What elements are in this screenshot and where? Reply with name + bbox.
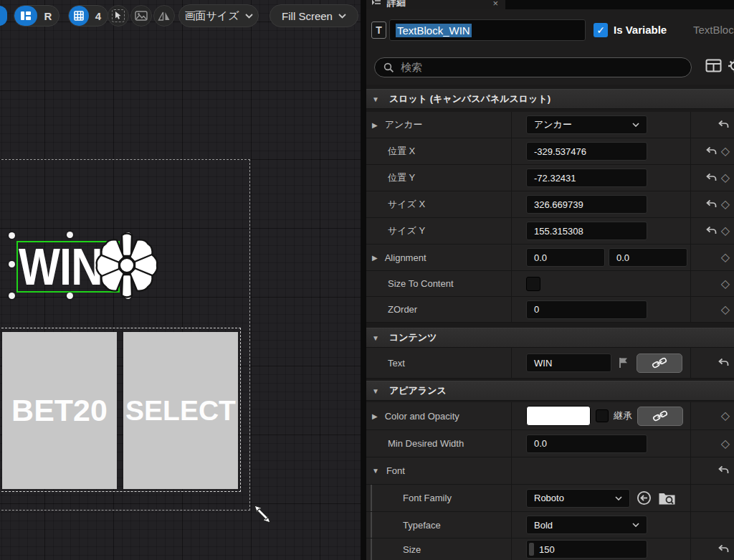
font-family-dropdown[interactable]: Roboto bbox=[526, 489, 630, 508]
row-text: Text WIN bbox=[366, 348, 734, 379]
section-content-label: コンテンツ bbox=[389, 331, 437, 344]
zorder-input[interactable]: 0 bbox=[526, 300, 647, 319]
font-size-input[interactable]: 150 bbox=[526, 540, 647, 559]
selection-handle-bottom-left[interactable] bbox=[9, 293, 15, 299]
reset-to-default-icon[interactable] bbox=[718, 465, 730, 476]
bind-diamond-icon[interactable]: ◇ bbox=[721, 410, 730, 422]
inherit-checkbox[interactable]: ✓ bbox=[596, 409, 609, 422]
color-bind-button[interactable] bbox=[637, 407, 683, 426]
anchor-dropdown[interactable]: アンカー bbox=[526, 115, 647, 134]
row-zorder: ZOrder 0 ◇ bbox=[366, 297, 734, 323]
bind-diamond-icon[interactable]: ◇ bbox=[721, 146, 730, 157]
resize-cursor-icon[interactable] bbox=[252, 503, 273, 525]
section-slot[interactable]: ▼ スロット (キャンバスパネルスロット) bbox=[366, 89, 734, 109]
drag-handle[interactable] bbox=[529, 543, 534, 556]
screen-size-dropdown[interactable]: 画面サイズ bbox=[178, 4, 259, 27]
size-y-input[interactable]: 155.315308 bbox=[526, 222, 647, 240]
alignment-x-input[interactable]: 0.0 bbox=[526, 248, 605, 267]
min-desired-width-label: Min Desired Width bbox=[388, 438, 464, 449]
bind-diamond-icon[interactable]: ◇ bbox=[721, 304, 730, 315]
marquee-box bbox=[112, 9, 125, 22]
layout-icon bbox=[21, 11, 31, 20]
bind-diamond-icon[interactable]: ◇ bbox=[721, 252, 730, 263]
pinwheel-flower-image-widget[interactable] bbox=[94, 232, 160, 298]
flip-icon bbox=[158, 11, 171, 21]
alignment-y-input[interactable]: 0.0 bbox=[609, 248, 687, 267]
rotation-grid-button[interactable]: R bbox=[37, 10, 59, 22]
selection-handle-top-left[interactable] bbox=[9, 232, 15, 239]
reset-to-default-icon[interactable] bbox=[705, 146, 718, 157]
text-label: Text bbox=[388, 358, 405, 369]
anchor-label: アンカー bbox=[385, 118, 423, 131]
chevron-down-icon bbox=[615, 496, 622, 500]
layout-r-button-group: R bbox=[14, 5, 59, 27]
bind-diamond-icon[interactable]: ◇ bbox=[721, 438, 730, 450]
browse-to-asset-icon[interactable] bbox=[658, 491, 676, 506]
reset-to-default-icon[interactable] bbox=[705, 226, 718, 237]
size-x-input[interactable]: 326.669739 bbox=[526, 195, 647, 214]
row-font-family: Font Family Roboto bbox=[366, 485, 734, 512]
reset-to-default-icon[interactable] bbox=[718, 358, 730, 369]
pos-x-label: 位置 X bbox=[388, 145, 415, 158]
expand-triangle-icon[interactable]: ▶ bbox=[372, 412, 378, 420]
bind-diamond-icon[interactable]: ◇ bbox=[721, 199, 730, 210]
settings-button[interactable] bbox=[728, 59, 734, 75]
bet20-widget[interactable]: BET20 bbox=[2, 332, 117, 489]
selection-handle-top-mid[interactable] bbox=[67, 232, 73, 238]
link-icon bbox=[650, 355, 669, 371]
expand-triangle-icon[interactable]: ▶ bbox=[372, 121, 378, 129]
font-family-value: Roboto bbox=[534, 493, 564, 503]
designer-canvas[interactable]: BET20 SELECT WIN bbox=[0, 0, 361, 560]
text-bind-button[interactable] bbox=[637, 353, 682, 373]
details-panel: 詳細 × T TextBlock_WIN ✓ Is Variable TextB… bbox=[366, 0, 734, 560]
textblock-type-icon: T bbox=[371, 22, 386, 39]
grid-snap-button[interactable] bbox=[69, 6, 89, 26]
layout-mode-button[interactable] bbox=[14, 6, 37, 26]
search-input[interactable]: 検索 bbox=[374, 57, 692, 77]
typeface-dropdown[interactable]: Bold bbox=[526, 516, 647, 534]
grid-snap-size[interactable]: 4 bbox=[89, 10, 108, 22]
pos-x-input[interactable]: -329.537476 bbox=[526, 142, 647, 161]
selection-handle-bottom-mid[interactable] bbox=[67, 293, 73, 299]
min-desired-width-input[interactable]: 0.0 bbox=[526, 435, 647, 453]
reset-to-default-icon[interactable] bbox=[705, 173, 718, 184]
pos-y-input[interactable]: -72.32431 bbox=[526, 169, 647, 187]
display-filter-button[interactable] bbox=[705, 59, 722, 75]
bind-diamond-icon[interactable]: ◇ bbox=[721, 225, 730, 237]
row-typeface: Typeface Bold bbox=[366, 512, 734, 538]
section-content[interactable]: ▼ コンテンツ bbox=[366, 328, 734, 348]
select-widget[interactable]: SELECT bbox=[123, 332, 238, 489]
row-pos-x: 位置 X -329.537476 ◇ bbox=[366, 138, 734, 165]
close-icon[interactable]: × bbox=[492, 0, 498, 9]
row-pos-y: 位置 Y -72.32431 ◇ bbox=[366, 165, 734, 191]
color-swatch[interactable] bbox=[526, 406, 591, 426]
bind-diamond-icon[interactable]: ◇ bbox=[721, 172, 730, 184]
localization-flag-icon[interactable] bbox=[618, 356, 630, 369]
flip-mirror-button[interactable] bbox=[153, 5, 175, 27]
collapse-triangle-icon[interactable]: ▼ bbox=[372, 467, 379, 475]
search-icon bbox=[383, 62, 394, 73]
partial-toolbar-button[interactable] bbox=[0, 6, 7, 26]
expand-triangle-icon[interactable]: ▶ bbox=[372, 254, 378, 262]
use-selected-asset-icon[interactable] bbox=[636, 490, 652, 506]
is-variable-checkbox[interactable]: ✓ bbox=[594, 23, 608, 37]
text-input[interactable]: WIN bbox=[526, 353, 611, 372]
pos-y-value: -72.32431 bbox=[534, 173, 576, 184]
bind-diamond-icon[interactable]: ◇ bbox=[721, 278, 730, 290]
reset-to-default-icon[interactable] bbox=[718, 544, 730, 555]
section-appearance[interactable]: ▼ アピアランス bbox=[366, 381, 734, 401]
tab-details[interactable]: 詳細 × bbox=[366, 0, 505, 9]
select-tool-button[interactable] bbox=[108, 5, 129, 27]
selection-handle-mid-left[interactable] bbox=[9, 261, 15, 267]
widget-type-name: TextBlock bbox=[693, 24, 734, 36]
fill-screen-dropdown[interactable]: Fill Screen bbox=[270, 4, 358, 27]
details-grid-icon bbox=[705, 59, 722, 72]
panel-divider[interactable] bbox=[361, 0, 366, 560]
preview-background-button[interactable] bbox=[130, 5, 152, 27]
reset-to-default-icon[interactable] bbox=[718, 120, 730, 130]
reset-to-default-icon[interactable] bbox=[705, 199, 718, 210]
row-font: ▼Font bbox=[366, 457, 734, 485]
widget-name-input[interactable]: TextBlock_WIN bbox=[389, 19, 586, 41]
indent-guide bbox=[371, 538, 372, 560]
size-to-content-checkbox[interactable]: ✓ bbox=[526, 277, 540, 291]
